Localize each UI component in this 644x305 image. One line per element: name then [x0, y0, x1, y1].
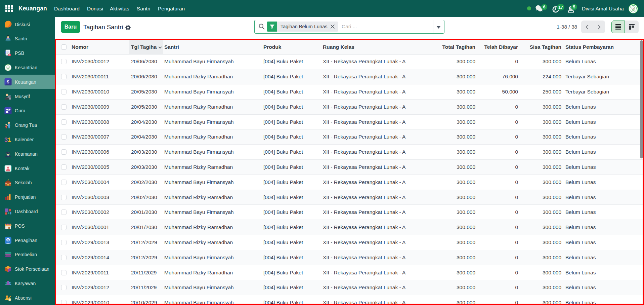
- svg-text:$: $: [7, 238, 9, 241]
- svg-text:1: 1: [8, 136, 11, 143]
- svg-text:3: 3: [4, 136, 8, 143]
- svg-text:$: $: [7, 80, 9, 85]
